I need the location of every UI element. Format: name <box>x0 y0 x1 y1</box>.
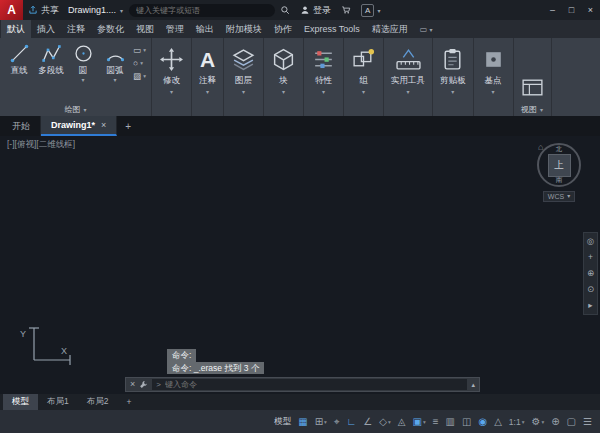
chevron-down-icon: ▾ <box>114 78 117 83</box>
ribbon-tab-insert[interactable]: 插入 <box>31 20 61 38</box>
ribbon-tab-addins[interactable]: 附加模块 <box>220 20 268 38</box>
close-button[interactable]: × <box>581 0 600 20</box>
transparency-toggle[interactable]: ▥ <box>443 413 458 430</box>
lineweight-toggle[interactable]: ≡ <box>430 413 442 430</box>
ribbon-tab-output[interactable]: 输出 <box>190 20 220 38</box>
wcs-dropdown[interactable]: WCS ▾ <box>543 191 575 202</box>
app-logo[interactable]: A <box>0 0 23 20</box>
ortho-mode-toggle[interactable]: ∟ <box>344 413 360 430</box>
arc-icon <box>105 43 126 64</box>
hatch-button[interactable]: ▨ ▾ <box>133 72 146 80</box>
grid-toggle[interactable]: ▦ <box>295 413 310 430</box>
steering-wheel-icon[interactable]: ◎ <box>587 237 594 246</box>
polar-tracking-toggle[interactable]: ∠ <box>360 413 375 430</box>
new-drawing-button[interactable]: + <box>117 116 139 136</box>
search-button[interactable] <box>275 0 295 20</box>
search-input[interactable] <box>136 6 268 15</box>
panel-properties[interactable]: 特性 ▾ <box>304 38 344 116</box>
customize-button[interactable]: ☰ <box>580 413 595 430</box>
panel-clipboard[interactable]: 剪贴板 ▾ <box>433 38 474 116</box>
maximize-button[interactable]: □ <box>562 0 581 20</box>
login-button[interactable]: 登录 <box>295 0 336 20</box>
layout-tab-model[interactable]: 模型 <box>3 394 38 410</box>
panel-caption-draw[interactable]: 绘图 ▾ <box>0 103 151 116</box>
qat-chevron-down-icon[interactable]: ▾ <box>120 7 123 14</box>
panel-annotate[interactable]: A 注释 ▾ <box>192 38 224 116</box>
ribbon-tab-featured-apps[interactable]: 精选应用 <box>366 20 414 38</box>
annotation-scale-button[interactable]: 1:1 ▾ <box>506 413 528 430</box>
clean-screen-button[interactable]: ▢ <box>564 413 579 430</box>
ribbon-tab-home[interactable]: 默认 <box>1 20 31 38</box>
file-tab-start[interactable]: 开始 <box>2 116 41 136</box>
command-expand-icon[interactable]: ▴ <box>471 381 475 389</box>
selection-cycling-toggle[interactable]: ◫ <box>459 413 474 430</box>
viewcube-top-face[interactable]: 上 <box>548 154 571 177</box>
workspace-switching-button[interactable]: ⚙ ▾ <box>528 413 547 430</box>
ellipse-button[interactable]: ○ ▾ <box>133 59 146 67</box>
ribbon-tab-manage[interactable]: 管理 <box>160 20 190 38</box>
viewcube-north-label[interactable]: 北 <box>556 145 563 154</box>
ribbon-tab-annotate[interactable]: 注释 <box>61 20 91 38</box>
object-snap-toggle[interactable]: ▣ ▾ <box>409 413 428 430</box>
arc-button[interactable]: 圆弧 ▾ <box>99 38 131 103</box>
viewcube[interactable]: ⌂ 北 上 南 WCS ▾ <box>526 143 592 202</box>
snap-mode-toggle[interactable]: ⊞ ▾ <box>312 413 330 430</box>
command-input-area[interactable]: > <box>152 379 467 390</box>
command-close-icon[interactable]: × <box>130 380 135 389</box>
panel-modify[interactable]: 修改 ▾ <box>152 38 192 116</box>
osnap-tracking-toggle[interactable]: ◬ <box>395 413 409 430</box>
rectangle-button[interactable]: ▭ ▾ <box>133 46 146 54</box>
model-space-toggle[interactable]: 模型 <box>271 413 294 430</box>
chevron-down-icon: ▾ <box>522 419 525 425</box>
app-store-button[interactable] <box>336 0 356 20</box>
pan-icon[interactable]: + <box>588 253 593 262</box>
share-button[interactable]: 共享 <box>23 0 64 20</box>
chevron-down-icon: ▾ <box>567 192 570 201</box>
viewcube-south-label[interactable]: 南 <box>556 176 563 185</box>
command-line-bar[interactable]: × > ▴ <box>125 377 480 392</box>
panel-groups[interactable]: 组 ▾ <box>344 38 384 116</box>
account-button[interactable]: A ▾ <box>356 0 385 20</box>
new-layout-button[interactable]: + <box>117 394 140 410</box>
panel-caption-view[interactable]: 视图 ▾ <box>520 103 545 116</box>
polyline-button[interactable]: 多段线 <box>35 38 67 103</box>
command-input[interactable] <box>165 380 464 389</box>
file-tab-drawing1[interactable]: Drawing1* × <box>41 116 117 136</box>
search-box[interactable] <box>129 4 275 17</box>
viewcube-home-icon[interactable]: ⌂ <box>538 142 543 152</box>
ellipse-icon: ○ <box>133 59 138 67</box>
isodraft-toggle[interactable]: ◇ ▾ <box>376 413 393 430</box>
show-motion-icon[interactable]: ▸ <box>588 301 592 310</box>
chevron-down-icon: ▾ <box>362 88 365 95</box>
panel-block[interactable]: 块 ▾ <box>264 38 304 116</box>
minimize-button[interactable]: – <box>543 0 562 20</box>
annotation-visibility-toggle[interactable]: ◉ <box>475 413 490 430</box>
layout-tab-layout1[interactable]: 布局1 <box>38 394 78 410</box>
line-button[interactable]: 直线 <box>3 38 35 103</box>
dynamic-input-toggle[interactable]: ⌖ <box>331 413 343 430</box>
panel-utilities[interactable]: 实用工具 ▾ <box>384 38 433 116</box>
ribbon-tab-collaborate[interactable]: 协作 <box>268 20 298 38</box>
orbit-icon[interactable]: ⊙ <box>587 285 594 294</box>
ribbon-tab-view[interactable]: 视图 <box>130 20 160 38</box>
drawing-canvas[interactable]: [-][俯视][二维线框] ⌂ 北 上 南 WCS ▾ ◎ + ⊕ ⊙ ▸ <box>0 136 600 394</box>
panel-layers[interactable]: 图层 ▾ <box>224 38 264 116</box>
zoom-icon[interactable]: ⊕ <box>587 269 594 278</box>
ribbon-tab-express-tools[interactable]: Express Tools <box>298 20 366 38</box>
annotation-monitor-toggle[interactable]: ⊕ <box>548 413 562 430</box>
ribbon-display-toggle[interactable]: ▭ ▾ <box>414 20 439 38</box>
user-icon <box>300 5 310 15</box>
customize-wrench-icon[interactable] <box>139 380 148 389</box>
viewport-controls[interactable]: [-][俯视][二维线框] <box>7 139 75 151</box>
autoscale-toggle[interactable]: △ <box>491 413 505 430</box>
panel-view[interactable]: 视图 ▾ <box>514 38 552 116</box>
layout-tab-layout2[interactable]: 布局2 <box>78 394 118 410</box>
close-tab-icon[interactable]: × <box>101 120 106 130</box>
circle-button[interactable]: 圆 ▾ <box>67 38 99 103</box>
chevron-down-icon: ▾ <box>282 88 285 95</box>
panel-base-point[interactable]: 基点 ▾ <box>474 38 514 116</box>
cart-icon <box>341 5 351 15</box>
viewcube-compass[interactable]: ⌂ 北 上 南 <box>537 143 581 187</box>
command-history-line: 命令: <box>167 349 196 362</box>
ribbon-tab-parametric[interactable]: 参数化 <box>91 20 130 38</box>
